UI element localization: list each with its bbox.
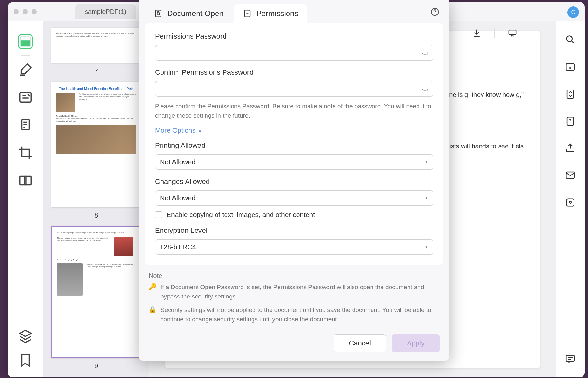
svg-rect-15 <box>566 355 574 361</box>
presentation-icon[interactable] <box>508 28 517 38</box>
compress-icon[interactable] <box>565 116 576 127</box>
close-window-button[interactable] <box>14 9 19 14</box>
svg-rect-10 <box>567 90 574 98</box>
confirm-password-label: Confirm Permissions Password <box>155 68 433 77</box>
thumbnail-label: 8 <box>51 211 141 220</box>
thumbnail-title: The Health and Mood-Boosting Benefits of… <box>56 87 136 90</box>
avatar[interactable]: C <box>567 6 579 18</box>
window-controls <box>14 9 37 14</box>
permissions-password-label: Permissions Password <box>155 32 433 41</box>
lock-icon: 🔒 <box>149 306 157 324</box>
svg-rect-17 <box>157 13 160 15</box>
apply-button[interactable]: Apply <box>392 334 440 352</box>
encryption-level-select[interactable]: 128-bit RC4 ▼ <box>155 239 433 255</box>
maximize-window-button[interactable] <box>32 9 37 14</box>
key-icon: 🔑 <box>149 283 157 301</box>
svg-rect-1 <box>22 38 29 40</box>
download-icon[interactable] <box>472 28 482 38</box>
security-icon[interactable] <box>565 197 576 208</box>
chevron-up-icon: ▲ <box>198 128 202 133</box>
confirm-hint-text: Please confirm the Permissions Password.… <box>155 102 433 120</box>
svg-rect-11 <box>567 117 574 125</box>
tab-label: Permissions <box>256 9 299 18</box>
chevron-down-icon: ▼ <box>425 245 428 249</box>
document-tab[interactable]: samplePDF(1) <box>75 4 136 19</box>
svg-point-7 <box>567 36 572 42</box>
note-text: Security settings will not be applied to… <box>161 306 440 324</box>
thumbnails-panel[interactable]: At the same time, this experiment pionee… <box>43 21 149 377</box>
compare-button[interactable] <box>18 173 33 188</box>
svg-text:OCR: OCR <box>568 66 575 70</box>
thumbnail-page-9[interactable]: NIH is funding large-scale surveys to fi… <box>51 226 141 358</box>
permissions-icon <box>243 9 252 18</box>
enable-copying-checkbox[interactable] <box>155 211 162 218</box>
more-options-toggle[interactable]: More Options ▲ <box>155 127 433 134</box>
svg-rect-2 <box>20 92 31 102</box>
tab-document-open[interactable]: Document Open <box>145 4 232 23</box>
tab-label: Document Open <box>167 9 224 18</box>
printing-allowed-label: Printing Allowed <box>155 141 433 150</box>
share-icon[interactable] <box>565 143 576 154</box>
layers-button[interactable] <box>18 328 33 343</box>
chevron-down-icon: ▼ <box>425 160 428 164</box>
chevron-down-icon: ▼ <box>425 196 428 200</box>
minimize-window-button[interactable] <box>23 9 28 14</box>
mail-icon[interactable] <box>565 170 576 181</box>
comments-icon[interactable] <box>565 354 576 364</box>
tab-permissions[interactable]: Permissions <box>234 4 307 23</box>
thumbnail-page-8[interactable]: The Health and Mood-Boosting Benefits of… <box>51 82 141 207</box>
permissions-password-input[interactable] <box>155 45 433 61</box>
right-toolbar: OCR <box>556 21 585 377</box>
eye-closed-icon[interactable] <box>421 49 429 57</box>
bookmark-button[interactable] <box>18 353 33 368</box>
help-icon[interactable] <box>430 7 440 17</box>
svg-rect-13 <box>567 199 574 206</box>
thumbnail-label: 7 <box>51 67 141 75</box>
confirm-password-input[interactable] <box>155 81 433 97</box>
thumbnail-page-7[interactable]: At the same time, this experiment pionee… <box>51 28 141 63</box>
search-icon[interactable] <box>565 34 576 45</box>
encryption-level-label: Encryption Level <box>155 226 433 235</box>
security-dialog: Document Open Permissions Permissions Pa… <box>139 0 449 361</box>
printing-allowed-select[interactable]: Not Allowed ▼ <box>155 154 433 170</box>
left-toolbar <box>8 21 43 377</box>
thumbnail-label: 9 <box>51 362 141 370</box>
crop-button[interactable] <box>18 146 33 160</box>
cancel-button[interactable]: Cancel <box>334 334 386 352</box>
lock-icon <box>154 9 163 18</box>
pages-button[interactable] <box>18 118 33 133</box>
enable-copying-label: Enable copying of text, images, and othe… <box>167 211 315 219</box>
svg-rect-6 <box>509 30 516 35</box>
note-text: If a Document Open Password is set, the … <box>161 283 440 301</box>
edit-text-button[interactable] <box>18 90 33 105</box>
svg-point-14 <box>569 201 571 203</box>
changes-allowed-select[interactable]: Not Allowed ▼ <box>155 190 433 206</box>
thumbnails-button[interactable] <box>18 34 33 49</box>
convert-icon[interactable] <box>565 89 576 99</box>
eye-closed-icon[interactable] <box>421 85 429 93</box>
note-title: Note: <box>149 272 440 279</box>
ocr-icon[interactable]: OCR <box>565 61 576 72</box>
changes-allowed-label: Changes Allowed <box>155 177 433 186</box>
highlighter-button[interactable] <box>18 62 33 77</box>
